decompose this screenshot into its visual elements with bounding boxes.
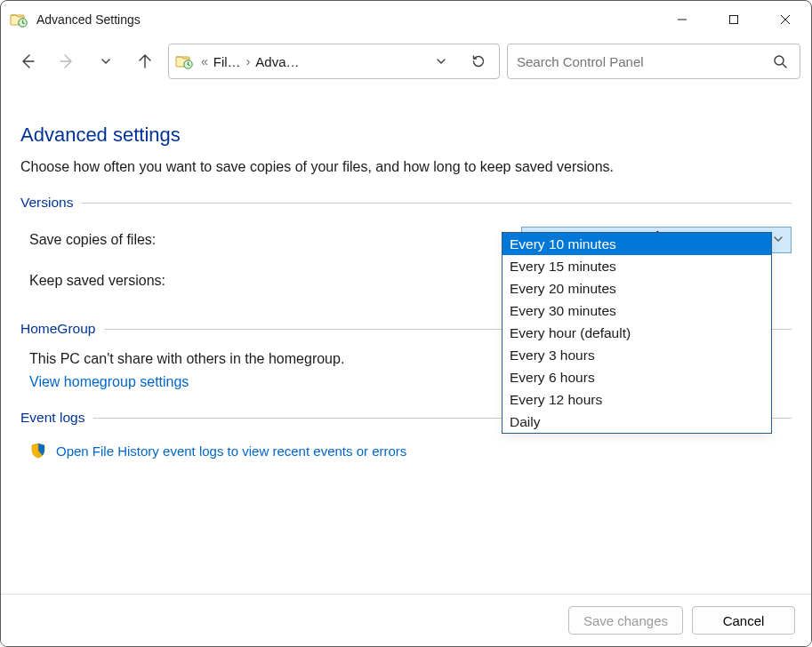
address-bar[interactable]: « Fil… › Adva…: [168, 44, 500, 79]
intro-text: Choose how often you want to save copies…: [20, 159, 792, 175]
event-logs-link[interactable]: Open File History event logs to view rec…: [56, 443, 406, 459]
minimize-button[interactable]: [656, 1, 708, 38]
section-title: Versions: [20, 195, 73, 211]
dropdown-item[interactable]: Every 30 minutes: [502, 300, 771, 322]
footer: Save changes Cancel: [1, 595, 811, 646]
dropdown-item[interactable]: Every 12 hours: [502, 388, 771, 411]
dropdown-item[interactable]: Every 3 hours: [502, 344, 771, 366]
window: Advanced Settings: [0, 0, 812, 647]
titlebar: Advanced Settings: [1, 1, 811, 38]
window-controls: [656, 1, 811, 38]
recent-locations-button[interactable]: [90, 45, 122, 77]
file-history-icon: [174, 52, 194, 71]
section-title: Event logs: [20, 410, 84, 426]
breadcrumb-segment[interactable]: Fil…: [213, 54, 241, 69]
refresh-button[interactable]: [463, 46, 494, 76]
shield-icon: [29, 442, 47, 459]
file-history-icon: [10, 11, 28, 28]
chevron-down-icon: [773, 234, 784, 247]
svg-point-5: [775, 56, 784, 65]
dropdown-item[interactable]: Every 10 minutes: [502, 233, 771, 255]
up-button[interactable]: [129, 45, 161, 77]
search-box[interactable]: [507, 44, 800, 79]
navigation-row: « Fil… › Adva…: [1, 38, 811, 88]
dropdown-item[interactable]: Every hour (default): [502, 322, 771, 344]
page-title: Advanced settings: [20, 124, 792, 147]
cancel-button[interactable]: Cancel: [692, 606, 795, 635]
forward-button[interactable]: [51, 45, 83, 77]
dropdown-item[interactable]: Every 15 minutes: [502, 255, 771, 277]
breadcrumb-history-button[interactable]: [426, 46, 456, 76]
chevron-left-double-icon: «: [201, 54, 208, 68]
save-copies-dropdown[interactable]: Every 10 minutesEvery 15 minutesEvery 20…: [502, 232, 772, 434]
section-header: Versions: [20, 195, 792, 211]
event-logs-row: Open File History event logs to view rec…: [20, 435, 792, 459]
keep-versions-label: Keep saved versions:: [29, 273, 165, 289]
save-copies-label: Save copies of files:: [29, 232, 156, 248]
dropdown-item[interactable]: Daily: [502, 411, 771, 433]
save-changes-button[interactable]: Save changes: [568, 606, 683, 635]
chevron-right-icon: ›: [246, 54, 251, 68]
search-input[interactable]: [515, 53, 768, 70]
dropdown-item[interactable]: Every 6 hours: [502, 366, 771, 388]
homegroup-settings-link[interactable]: View homegroup settings: [29, 374, 189, 389]
close-button[interactable]: [760, 1, 811, 38]
breadcrumb-segment[interactable]: Adva…: [255, 54, 299, 69]
maximize-button[interactable]: [708, 1, 760, 38]
search-icon[interactable]: [768, 49, 792, 74]
svg-rect-2: [730, 15, 738, 23]
content: Advanced settings Choose how often you w…: [1, 88, 811, 594]
divider: [82, 203, 792, 204]
window-title: Advanced Settings: [36, 12, 141, 27]
breadcrumbs[interactable]: « Fil… › Adva…: [201, 54, 300, 69]
section-title: HomeGroup: [20, 321, 95, 337]
dropdown-item[interactable]: Every 20 minutes: [502, 277, 771, 300]
back-button[interactable]: [12, 45, 44, 77]
